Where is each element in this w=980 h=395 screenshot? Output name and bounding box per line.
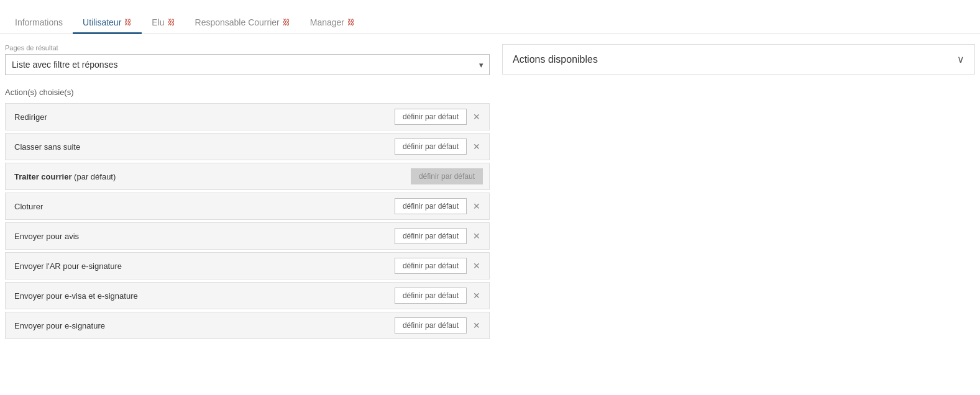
- actions-disponibles-dropdown[interactable]: Actions disponibles ∨: [502, 44, 975, 75]
- right-panel: Actions disponibles ∨: [502, 44, 975, 342]
- remove-btn-envoyer_e_signature[interactable]: ✕: [470, 319, 483, 332]
- tab-responsable-courrier-label: Responsable Courrier: [195, 17, 280, 27]
- action-row-rediriger: Redirigerdéfinir par défaut✕: [5, 103, 490, 130]
- remove-btn-envoyer_pour_avis[interactable]: ✕: [470, 230, 483, 242]
- action-name-envoyer_e_signature: Envoyer pour e-signature: [6, 315, 388, 337]
- actions-list: Redirigerdéfinir par défaut✕Classer sans…: [5, 103, 490, 339]
- tab-utilisateur-label: Utilisateur: [83, 17, 121, 27]
- definir-par-defaut-btn-traiter_courrier: définir par défaut: [411, 168, 483, 184]
- section-title: Action(s) choisie(s): [5, 88, 490, 97]
- action-row-classer_sans_suite: Classer sans suitedéfinir par défaut✕: [5, 133, 490, 160]
- action-name-envoyer_e_visa_e_signature: Envoyer pour e-visa et e-signature: [6, 285, 388, 307]
- action-row-envoyer_e_signature: Envoyer pour e-signaturedéfinir par défa…: [5, 312, 490, 339]
- remove-btn-cloturer[interactable]: ✕: [470, 200, 483, 212]
- pages-label: Pages de résultat: [5, 44, 490, 52]
- action-row-envoyer_e_visa_e_signature: Envoyer pour e-visa et e-signaturedéfini…: [5, 282, 490, 309]
- remove-btn-classer_sans_suite[interactable]: ✕: [470, 140, 483, 153]
- action-row-envoyer_ar_e_signature: Envoyer l'AR pour e-signaturedéfinir par…: [5, 252, 490, 279]
- actions-disponibles-label[interactable]: Actions disponibles ∨: [503, 45, 974, 74]
- definir-par-defaut-btn-envoyer_e_signature[interactable]: définir par défaut: [395, 317, 467, 334]
- tab-informations[interactable]: Informations: [5, 12, 73, 34]
- action-name-envoyer_ar_e_signature: Envoyer l'AR pour e-signature: [6, 255, 388, 277]
- action-controls-traiter_courrier: définir par défaut: [405, 163, 489, 189]
- manager-link-icon: ⛓: [347, 18, 355, 27]
- action-controls-envoyer_e_signature: définir par défaut✕: [388, 312, 489, 338]
- tab-responsable-courrier[interactable]: Responsable Courrier ⛓: [185, 12, 300, 34]
- tab-elu-label: Elu: [152, 17, 164, 27]
- definir-par-defaut-btn-rediriger[interactable]: définir par défaut: [395, 109, 467, 125]
- definir-par-defaut-btn-classer_sans_suite[interactable]: définir par défaut: [395, 138, 467, 155]
- action-row-traiter_courrier: Traiter courrier (par défaut)définir par…: [5, 163, 490, 190]
- left-panel: Pages de résultat Liste avec filtre et r…: [5, 44, 490, 342]
- tab-manager[interactable]: Manager ⛓: [300, 12, 365, 34]
- main-content: Pages de résultat Liste avec filtre et r…: [0, 34, 980, 352]
- action-controls-envoyer_e_visa_e_signature: définir par défaut✕: [388, 283, 489, 309]
- action-name-classer_sans_suite: Classer sans suite: [6, 136, 388, 158]
- action-controls-rediriger: définir par défaut✕: [388, 104, 489, 130]
- action-controls-cloturer: définir par défaut✕: [388, 193, 489, 219]
- action-controls-envoyer_pour_avis: définir par défaut✕: [388, 223, 489, 249]
- tab-elu[interactable]: Elu ⛓: [142, 12, 185, 34]
- action-name-envoyer_pour_avis: Envoyer pour avis: [6, 225, 388, 247]
- remove-btn-envoyer_ar_e_signature[interactable]: ✕: [470, 260, 483, 272]
- action-row-envoyer_pour_avis: Envoyer pour avisdéfinir par défaut✕: [5, 222, 490, 250]
- actions-disponibles-chevron: ∨: [957, 53, 964, 65]
- tab-informations-label: Informations: [15, 17, 63, 27]
- pages-dropdown-wrapper: Liste avec filtre et réponses ▾: [5, 54, 490, 75]
- definir-par-defaut-btn-envoyer_e_visa_e_signature[interactable]: définir par défaut: [395, 288, 467, 304]
- action-controls-envoyer_ar_e_signature: définir par défaut✕: [388, 253, 489, 279]
- action-name-traiter_courrier: Traiter courrier (par défaut): [6, 166, 405, 188]
- action-name-cloturer: Cloturer: [6, 196, 388, 217]
- action-name-rediriger: Rediriger: [6, 106, 388, 128]
- pages-dropdown[interactable]: Liste avec filtre et réponses: [5, 54, 490, 75]
- responsable-link-icon: ⛓: [283, 18, 290, 27]
- utilisateur-link-icon: ⛓: [124, 18, 132, 27]
- remove-btn-envoyer_e_visa_e_signature[interactable]: ✕: [470, 289, 483, 302]
- tabs-bar: Informations Utilisateur ⛓ Elu ⛓ Respons…: [0, 0, 980, 34]
- definir-par-defaut-btn-cloturer[interactable]: définir par défaut: [395, 198, 467, 214]
- definir-par-defaut-btn-envoyer_ar_e_signature[interactable]: définir par défaut: [395, 258, 467, 274]
- remove-btn-rediriger[interactable]: ✕: [470, 111, 483, 123]
- tab-utilisateur[interactable]: Utilisateur ⛓: [73, 12, 142, 34]
- definir-par-defaut-btn-envoyer_pour_avis[interactable]: définir par défaut: [395, 228, 467, 244]
- tab-manager-label: Manager: [310, 17, 344, 27]
- elu-link-icon: ⛓: [168, 18, 175, 27]
- action-row-cloturer: Cloturerdéfinir par défaut✕: [5, 193, 490, 220]
- action-controls-classer_sans_suite: définir par défaut✕: [388, 134, 489, 160]
- actions-disponibles-text: Actions disponibles: [513, 54, 598, 65]
